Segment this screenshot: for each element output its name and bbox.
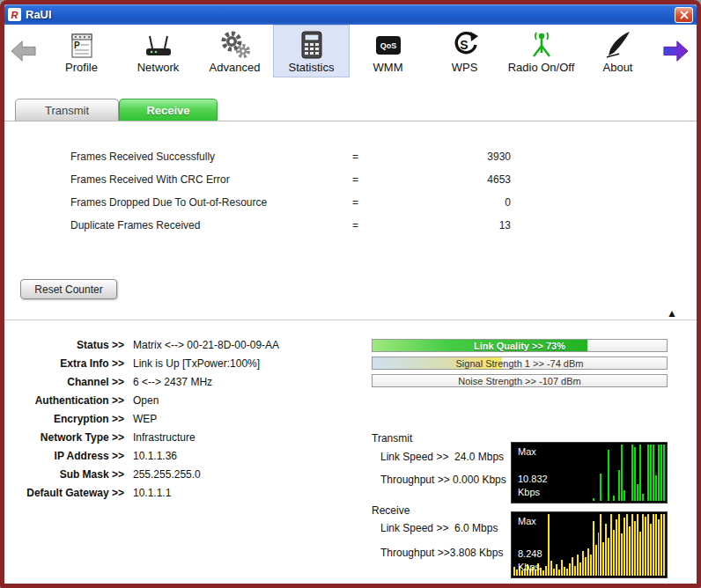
- arrow-right-icon: [661, 39, 690, 63]
- transmit-chart-max-label: Max: [518, 446, 536, 457]
- svg-text:S: S: [460, 38, 468, 52]
- toolbar-item-wmm[interactable]: QoS WMM: [350, 25, 426, 77]
- receive-chart-max-value: 8.248: [518, 548, 542, 559]
- link-quality-bar: Link Quality >> 73%: [372, 339, 668, 352]
- stat-value: 0: [379, 196, 511, 209]
- status-label: Sub Mask >>: [4, 468, 124, 481]
- status-value: Infrastructure: [133, 431, 196, 444]
- close-button[interactable]: [675, 7, 693, 23]
- signal-strength-text: Signal Strength 1 >> -74 dBm: [373, 357, 667, 369]
- toolbar-label-wmm: WMM: [373, 61, 403, 74]
- equals-sign: =: [352, 196, 379, 209]
- toolbar-item-advanced[interactable]: Advanced: [196, 25, 273, 77]
- transmit-link-speed: Link Speed >> 24.0 Mbps: [380, 451, 504, 463]
- tab-transmit[interactable]: Transmit: [15, 99, 119, 121]
- stat-value: 3930: [379, 151, 511, 163]
- status-value: Open: [133, 394, 159, 407]
- status-label: IP Address >>: [4, 450, 124, 462]
- status-label: Encryption >>: [4, 413, 124, 425]
- status-row: Default Gateway >> 10.1.1.1: [4, 487, 367, 499]
- receive-section-title: Receive: [372, 504, 410, 517]
- status-row: IP Address >> 10.1.1.36: [4, 450, 367, 462]
- arrow-left-icon: [10, 39, 38, 63]
- collapse-arrow-button[interactable]: ▲: [667, 307, 677, 320]
- tab-baseline: [4, 121, 697, 121]
- toolbar-label-network: Network: [137, 61, 180, 74]
- status-value: 255.255.255.0: [133, 468, 201, 481]
- scroll-left-button[interactable]: [4, 25, 43, 77]
- tab-receive[interactable]: Receive: [119, 99, 218, 121]
- status-value: Link is Up [TxPower:100%]: [133, 357, 260, 370]
- receive-link-speed: Link Speed >> 6.0 Mbps: [380, 522, 498, 534]
- status-value: 6 <--> 2437 MHz: [133, 376, 212, 388]
- toolbar-label-statistics: Statistics: [288, 61, 334, 74]
- toolbar-label-radio: Radio On/Off: [508, 61, 575, 74]
- equals-sign: =: [352, 151, 379, 163]
- status-label: Extra Info >>: [4, 357, 124, 370]
- status-row: Encryption >> WEP: [4, 413, 367, 425]
- status-value: 10.1.1.36: [133, 450, 177, 462]
- status-row: Extra Info >> Link is Up [TxPower:100%]: [4, 357, 367, 370]
- calculator-icon: [299, 27, 325, 60]
- status-row: Channel >> 6 <--> 2437 MHz: [4, 376, 367, 388]
- toolbar-item-profile[interactable]: P Profile: [43, 25, 120, 77]
- toolbar-label-profile: Profile: [65, 61, 98, 74]
- toolbar-item-network[interactable]: Network: [120, 25, 196, 77]
- antenna-icon: [527, 27, 557, 60]
- receive-throughput: Throughput >>3.808 Kbps: [380, 547, 503, 559]
- toolbar-item-statistics[interactable]: Statistics: [273, 25, 350, 77]
- qos-icon: QoS: [373, 27, 403, 60]
- scroll-right-button[interactable]: [656, 25, 695, 77]
- toolbar-item-about[interactable]: About: [579, 25, 656, 77]
- transmit-chart-max-value: 10.832: [518, 474, 548, 484]
- transmit-section-title: Transmit: [372, 432, 412, 445]
- app-icon: R: [8, 8, 21, 21]
- status-value: Matrix <--> 00-21-8D-00-09-AA: [133, 339, 279, 351]
- receive-chart-max-label: Max: [518, 516, 536, 526]
- status-label: Authentication >>: [4, 394, 124, 407]
- toolbar-item-radio[interactable]: Radio On/Off: [503, 25, 579, 77]
- stat-label: Duplicate Frames Received: [70, 219, 352, 232]
- status-row: Sub Mask >> 255.255.255.0: [4, 468, 367, 481]
- stat-label: Frames Received With CRC Error: [70, 173, 352, 186]
- svg-text:QoS: QoS: [380, 41, 396, 50]
- wps-icon: S: [450, 27, 480, 60]
- status-label: Channel >>: [4, 376, 124, 388]
- close-icon: [680, 11, 689, 19]
- titlebar[interactable]: R RaUI: [4, 4, 697, 25]
- status-label: Default Gateway >>: [4, 487, 124, 499]
- toolbar: P Profile Network: [4, 25, 697, 77]
- stat-value: 13: [379, 219, 511, 232]
- noise-strength-bar: Noise Strength >> -107 dBm: [372, 374, 668, 387]
- transmit-chart: Max 10.832 Kbps: [511, 442, 668, 503]
- stat-value: 4653: [379, 173, 511, 186]
- toolbar-label-advanced: Advanced: [210, 61, 261, 74]
- equals-sign: =: [352, 173, 379, 186]
- stat-label: Frames Received Successfully: [70, 151, 352, 163]
- equals-sign: =: [352, 219, 379, 232]
- status-label: Status >>: [4, 339, 124, 351]
- transmit-throughput: Throughput >> 0.000 Kbps: [380, 474, 506, 486]
- toolbar-item-wps[interactable]: S WPS: [426, 25, 503, 77]
- stat-label: Frames Dropped Due To Out-of-Resource: [70, 196, 352, 209]
- toolbar-label-wps: WPS: [452, 61, 478, 74]
- profile-icon: P: [69, 27, 95, 60]
- reset-counter-button[interactable]: Reset Counter: [20, 279, 117, 299]
- noise-strength-text: Noise Strength >> -107 dBm: [373, 375, 667, 386]
- status-row: Authentication >> Open: [4, 394, 367, 407]
- signal-strength-bar: Signal Strength 1 >> -74 dBm: [372, 356, 668, 370]
- window-title: RaUI: [26, 8, 52, 21]
- receive-chart: Max 8.248 Kbps: [511, 511, 668, 578]
- receive-chart-unit: Kbps: [518, 562, 540, 572]
- toolbar-label-about: About: [603, 61, 633, 74]
- status-label: Network Type >>: [4, 431, 124, 444]
- transmit-chart-unit: Kbps: [518, 487, 540, 497]
- svg-text:P: P: [74, 40, 80, 50]
- status-value: 10.1.1.1: [133, 487, 171, 499]
- gears-icon: [219, 27, 251, 60]
- status-row: Status >> Matrix <--> 00-21-8D-00-09-AA: [4, 339, 367, 351]
- quill-icon: [603, 27, 633, 60]
- section-divider: [4, 320, 697, 320]
- stat-row: Duplicate Frames Received = 13: [70, 219, 511, 232]
- raui-window: R RaUI P: [0, 0, 701, 588]
